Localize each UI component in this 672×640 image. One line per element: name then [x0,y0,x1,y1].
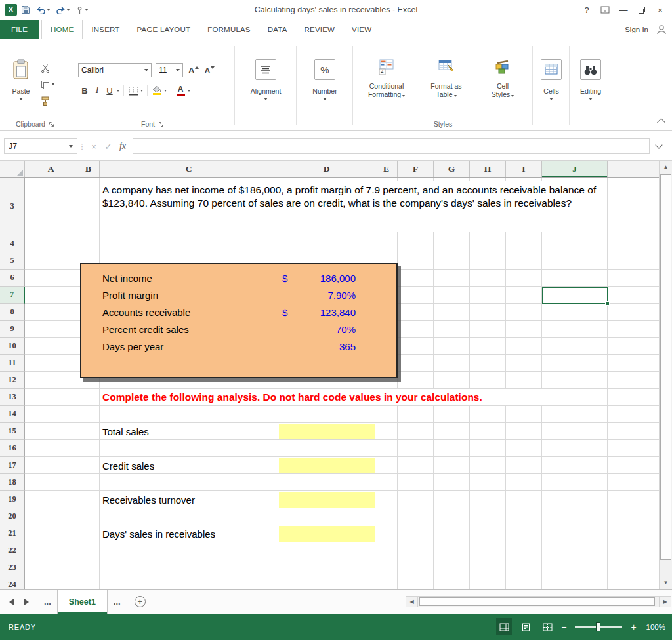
cell-A11[interactable] [25,355,77,372]
horizontal-scrollbar[interactable]: ◀ ▶ [406,590,672,614]
zoom-out-button[interactable]: − [561,622,566,631]
cell-G21[interactable] [434,525,470,542]
tab-view[interactable]: VIEW [343,20,380,39]
column-header-A[interactable]: A [25,161,77,177]
cell-A21[interactable] [25,525,77,542]
cell-E16[interactable] [375,440,398,457]
conditional-formatting-button[interactable]: ≠ ConditionalFormatting [357,59,416,99]
cell-J20[interactable] [542,508,608,525]
cell-H15[interactable] [470,423,506,440]
cell-C24[interactable] [100,576,278,589]
zoom-level[interactable]: 100% [646,623,665,631]
column-header-D[interactable]: D [278,161,375,177]
cell-C16[interactable] [100,440,278,457]
sign-in-label[interactable]: Sign In [625,26,648,33]
cell-F21[interactable] [398,525,434,542]
zoom-in-button[interactable]: + [631,622,636,631]
font-color-dropdown[interactable] [188,90,190,92]
cell-D4[interactable] [278,235,375,252]
ribbon-display-options-button[interactable] [597,3,614,17]
tab-file[interactable]: FILE [0,20,39,39]
redo-button[interactable] [54,5,72,16]
enter-button[interactable]: ✓ [101,138,116,154]
format-painter-button[interactable] [41,96,54,106]
column-header-F[interactable]: F [398,161,434,177]
cell-G20[interactable] [434,508,470,525]
previous-sheet-button[interactable] [9,599,14,605]
minimize-button[interactable]: — [615,3,632,17]
font-size-select[interactable]: 11 [156,63,183,77]
cell-A8[interactable] [25,304,77,321]
row-header-15[interactable]: 15 [0,423,25,440]
row-header-12[interactable]: 12 [0,372,25,389]
cell-F11[interactable] [398,355,434,372]
row-header-13[interactable]: 13 [0,389,25,406]
cell-A18[interactable] [25,474,77,491]
shrink-font-button[interactable]: A [204,64,215,77]
cell-G5[interactable] [434,252,470,270]
cell-I22[interactable] [506,542,542,559]
row-header-5[interactable]: 5 [0,252,25,270]
cell-I12[interactable] [506,372,542,389]
cell-B15[interactable] [77,423,100,440]
row-header-23[interactable]: 23 [0,559,25,576]
cell-J17[interactable] [542,457,608,474]
cell-F14[interactable] [398,406,434,423]
cell-J6[interactable] [542,270,608,287]
cell-A22[interactable] [25,542,77,559]
borders-button[interactable] [128,84,138,97]
cell-B4[interactable] [77,235,100,252]
row-header-9[interactable]: 9 [0,321,25,338]
cell-I24[interactable] [506,576,542,589]
input-cell-receivables-turnover[interactable] [279,492,375,508]
cell-J18[interactable] [542,474,608,491]
column-header-C[interactable]: C [100,161,278,177]
cell-C22[interactable] [100,542,278,559]
grow-font-button[interactable]: A [188,64,199,77]
undo-button[interactable] [34,5,52,16]
scroll-up-button[interactable]: ▲ [660,161,672,173]
column-header-J[interactable]: J [542,161,608,177]
vertical-scroll-thumb[interactable] [660,174,671,560]
underline-dropdown[interactable] [117,90,119,92]
cell-I5[interactable] [506,252,542,270]
hidden-sheets-left[interactable]: ... [38,590,57,614]
cell-E23[interactable] [375,559,398,576]
font-color-button[interactable]: A [175,84,186,97]
cell-A16[interactable] [25,440,77,457]
cell-G8[interactable] [434,304,470,321]
cell-D24[interactable] [278,576,375,589]
next-sheet-button[interactable] [24,599,29,605]
cell-E20[interactable] [375,508,398,525]
cell-B17[interactable] [77,457,100,474]
cell-D23[interactable] [278,559,375,576]
input-cell-days-sales-receivables[interactable] [279,526,375,542]
tab-home[interactable]: HOME [41,20,83,39]
row-header-14[interactable]: 14 [0,406,25,423]
cell-B13[interactable] [77,389,100,406]
font-dialog-launcher-icon[interactable] [158,121,164,127]
cell-H17[interactable] [470,457,506,474]
cell-B3[interactable] [77,178,100,235]
horizontal-scroll-thumb[interactable] [419,597,655,606]
tab-page-layout[interactable]: PAGE LAYOUT [129,20,200,39]
cell-H20[interactable] [470,508,506,525]
collapse-ribbon-button[interactable] [657,118,665,127]
cell-A5[interactable] [25,252,77,270]
bold-button[interactable]: B [79,84,90,97]
cell-F15[interactable] [398,423,434,440]
cell-D14[interactable] [278,406,375,423]
row-header-21[interactable]: 21 [0,525,25,542]
cell-E22[interactable] [375,542,398,559]
page-break-preview-button[interactable] [539,618,555,635]
cell-E17[interactable] [375,457,398,474]
cell-A15[interactable] [25,423,77,440]
copy-button[interactable] [41,79,54,89]
cell-G17[interactable] [434,457,470,474]
cell-E19[interactable] [375,491,398,508]
cell-A19[interactable] [25,491,77,508]
cell-I8[interactable] [506,304,542,321]
insert-function-button[interactable]: fx [116,138,130,154]
cell-F6[interactable] [398,270,434,287]
row-header-18[interactable]: 18 [0,474,25,491]
